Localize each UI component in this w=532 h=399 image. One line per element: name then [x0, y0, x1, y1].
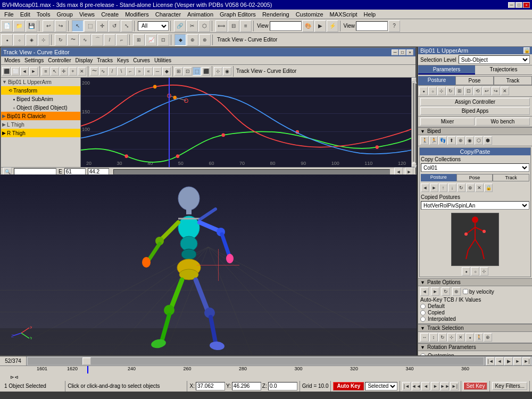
icon-btn-4[interactable]: ↻	[446, 87, 455, 95]
key-dot-1[interactable]	[124, 154, 128, 158]
close-btn[interactable]: ×	[523, 2, 530, 8]
biped-footstep-btn[interactable]: 👣	[438, 136, 447, 145]
tab-parameters[interactable]: Parameters	[418, 65, 475, 74]
copy-loop-btn[interactable]: ↻	[457, 184, 466, 192]
ts-btn-1[interactable]: ↔	[420, 333, 429, 342]
menu-modifiers[interactable]: Modifiers	[122, 11, 152, 18]
ce-filter-btn[interactable]: ≡	[41, 67, 50, 76]
copy-lock-btn[interactable]: 🔒	[484, 184, 493, 192]
x-coord-input[interactable]	[196, 382, 225, 390]
ce-param-btn[interactable]: ⊡	[184, 67, 192, 76]
paste-left-btn[interactable]: ◄	[420, 287, 429, 296]
collections-dropdown[interactable]: Col01	[421, 163, 529, 172]
ce-waveform-btn[interactable]: ⊞	[174, 67, 183, 76]
ce-add-key-btn[interactable]: +	[69, 67, 77, 76]
tree-item-biped-subanim[interactable]: ⬥ Biped SubAnim	[1, 95, 80, 103]
slider-track[interactable]	[28, 358, 484, 365]
icon-btn-3[interactable]: ⊹	[437, 87, 446, 95]
ce-lock-y-btn[interactable]: ⬛	[202, 67, 210, 76]
cp-icon-1[interactable]: ⬥	[462, 267, 470, 276]
move-btn[interactable]: ✛	[96, 20, 108, 32]
ce-lock-x-btn[interactable]: ⬚	[193, 67, 201, 76]
tree-item-transform[interactable]: ⟲ Transform	[1, 86, 80, 95]
unlink-btn[interactable]: ✂	[186, 20, 198, 32]
cp-icon-2[interactable]: ⬦	[471, 267, 479, 276]
copy-left-btn[interactable]: ◄	[421, 184, 429, 192]
link-btn[interactable]: 🔗	[174, 20, 186, 32]
autokey-mode-select[interactable]: Selected	[365, 382, 397, 390]
scroll-up-btn[interactable]: ▲	[412, 78, 416, 82]
copy-paste-btn[interactable]: ⊕	[466, 184, 475, 192]
tab-posture[interactable]: Posture	[418, 76, 455, 85]
view-input-2[interactable]	[356, 21, 388, 31]
curve-tool-btn[interactable]: 〜	[67, 34, 79, 46]
scroll-down-btn[interactable]: ▼	[412, 163, 416, 167]
workbench-btn[interactable]: Wo bench	[476, 118, 530, 126]
open-btn[interactable]: 📁	[13, 20, 25, 32]
menu-file[interactable]: File	[1, 11, 17, 18]
slider-thumb[interactable]	[82, 358, 91, 365]
ce-nav-left-btn[interactable]: ◄	[20, 67, 29, 76]
icon-btn-10[interactable]: ✕	[501, 87, 509, 95]
icon-btn-5[interactable]: ⊞	[455, 87, 464, 95]
nav-play-btn[interactable]: ▶	[504, 357, 513, 365]
quick-align-btn[interactable]: ≡	[240, 20, 252, 32]
menu-rendering[interactable]: Rendering	[259, 11, 293, 18]
redo-btn[interactable]: ↪	[55, 20, 66, 32]
3d-viewport[interactable]: Perspective	[0, 174, 417, 355]
filter-btn[interactable]: ⊞	[133, 34, 145, 46]
ce-menu-display[interactable]: Display	[73, 57, 95, 63]
red-key-2[interactable]	[173, 96, 176, 99]
nav-next-btn[interactable]: ►	[513, 357, 522, 365]
quick-render-btn[interactable]: ⚡	[327, 20, 338, 32]
linear-btn[interactable]: /	[104, 34, 115, 46]
tab-trajectories[interactable]: Trajectories	[475, 65, 532, 74]
sb-nav-2[interactable]: ◄◄	[412, 382, 420, 390]
menu-help[interactable]: Help	[361, 11, 379, 18]
biped-collapse[interactable]: ▼ Biped	[418, 127, 532, 135]
ce-select-btn[interactable]: ↖	[51, 67, 59, 76]
set-key-btn[interactable]: Set Key	[463, 382, 487, 390]
z-coord-input[interactable]	[268, 382, 297, 390]
ts-btn-3[interactable]: ↻	[438, 333, 447, 342]
biped-in-place-btn[interactable]: ⬢	[484, 136, 492, 145]
menu-customize[interactable]: Customize	[293, 11, 327, 18]
ce-linear-in-btn[interactable]: /	[108, 67, 117, 76]
tb-s2[interactable]: ⊹	[38, 34, 49, 46]
copied-radio[interactable]	[420, 310, 426, 315]
biped-apps-btn[interactable]: Biped Apps	[420, 107, 530, 115]
scroll-thumb[interactable]	[413, 83, 414, 162]
maximize-btn[interactable]: □	[516, 2, 522, 8]
paste-loop-btn[interactable]: ↻	[442, 287, 450, 296]
copy-del-btn[interactable]: ✕	[475, 184, 484, 192]
ts-btn-6[interactable]: ⬥	[466, 333, 474, 342]
autokey-btn[interactable]: Auto Key	[333, 382, 364, 390]
ce-step-btn[interactable]: ⌐	[126, 67, 135, 76]
reference-coord-dropdown[interactable]: All View Screen World	[138, 21, 169, 31]
scale-keys-btn[interactable]: ⊗	[199, 34, 211, 46]
interpolated-radio[interactable]	[420, 317, 426, 322]
copy-down-btn[interactable]: ↓	[448, 184, 456, 192]
spline-btn[interactable]: ∿	[79, 34, 91, 46]
mirror-btn[interactable]: ⟺	[215, 20, 227, 32]
assign-controller-btn[interactable]: Assign Controller	[420, 98, 530, 106]
menu-views[interactable]: Views	[76, 11, 98, 18]
sb-nav-4[interactable]: ►	[431, 382, 439, 390]
ts-btn-4[interactable]: ⊹	[447, 333, 456, 342]
biped-mode-btn[interactable]: ⊕	[456, 136, 465, 145]
ce-fast-btn[interactable]: »	[135, 67, 144, 76]
sel-level-dropdown[interactable]: Sub-Object Object	[459, 55, 530, 64]
rotation-params-collapse[interactable]: ▼ Rotation Parameters	[418, 343, 532, 351]
track-selection-collapse[interactable]: ▼ Track Selection	[418, 324, 532, 332]
copy-tab-pose[interactable]: Pose	[456, 174, 493, 181]
scatter-btn[interactable]: ⊡	[157, 34, 169, 46]
menu-tools[interactable]: Tools	[34, 11, 54, 18]
bone-tools-btn[interactable]: ⬥	[1, 34, 13, 46]
tangent-btn[interactable]: ◆	[174, 34, 186, 46]
select-btn[interactable]: ↖	[72, 20, 84, 32]
select-region-btn[interactable]: ⬚	[84, 20, 96, 32]
curve-maximize-btn[interactable]: □	[399, 49, 406, 55]
biped-run-btn[interactable]: 🏃	[429, 136, 438, 145]
ce-custom-btn[interactable]: ◆	[162, 67, 171, 76]
align-btn[interactable]: ⊟	[228, 20, 239, 32]
